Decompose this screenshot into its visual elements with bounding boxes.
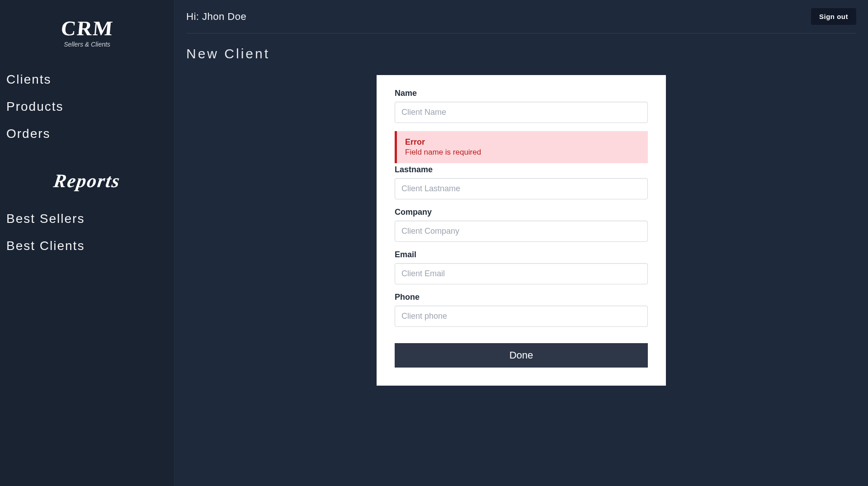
email-input[interactable]	[395, 263, 648, 284]
page-title: New Client	[186, 46, 856, 61]
name-label: Name	[395, 89, 648, 98]
sidebar-item-orders[interactable]: Orders	[0, 120, 174, 147]
logo-subtitle: Sellers & Clients	[0, 41, 174, 48]
new-client-form: Name Error Field name is required Lastna…	[377, 75, 666, 386]
greeting: Hi: Jhon Doe	[186, 11, 246, 23]
main-content: Hi: Jhon Doe Sign out New Client Name Er…	[174, 0, 868, 486]
sidebar: CRM Sellers & Clients Clients Products O…	[0, 0, 174, 486]
sign-out-button[interactable]: Sign out	[811, 8, 856, 25]
sidebar-item-best-clients[interactable]: Best Clients	[0, 232, 174, 260]
sidebar-item-products[interactable]: Products	[0, 93, 174, 120]
error-message: Field name is required	[405, 148, 640, 157]
sidebar-item-clients[interactable]: Clients	[0, 66, 174, 93]
phone-label: Phone	[395, 293, 648, 302]
logo-title: CRM	[60, 18, 114, 39]
topbar: Hi: Jhon Doe Sign out	[186, 8, 856, 33]
company-label: Company	[395, 208, 648, 217]
name-error: Error Field name is required	[395, 131, 648, 163]
name-input[interactable]	[395, 102, 648, 123]
error-title: Error	[405, 137, 640, 147]
lastname-label: Lastname	[395, 165, 648, 175]
phone-input[interactable]	[395, 306, 648, 327]
company-input[interactable]	[395, 221, 648, 242]
reports-section-header: Reports	[0, 170, 175, 192]
email-label: Email	[395, 250, 648, 260]
lastname-input[interactable]	[395, 178, 648, 199]
done-button[interactable]: Done	[395, 343, 648, 368]
sidebar-item-best-sellers[interactable]: Best Sellers	[0, 205, 174, 232]
logo: CRM Sellers & Clients	[0, 18, 174, 48]
